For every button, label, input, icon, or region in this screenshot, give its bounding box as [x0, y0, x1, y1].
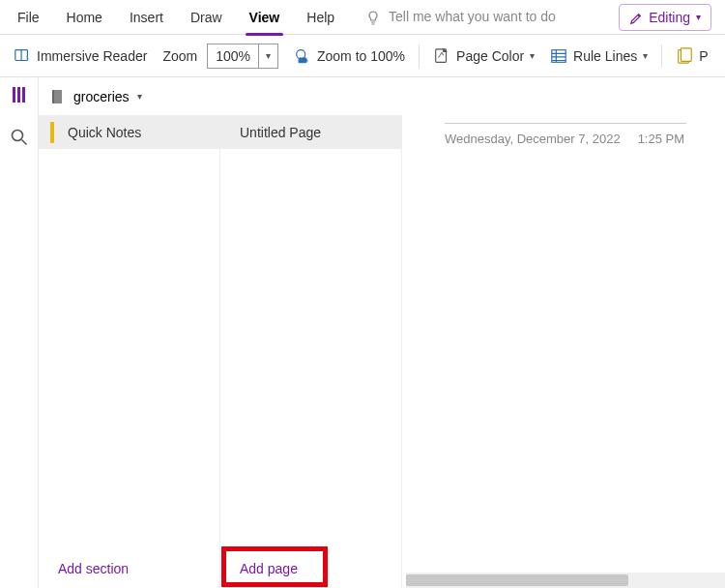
tab-home[interactable]: Home	[53, 0, 116, 35]
svg-text:100: 100	[299, 58, 306, 63]
left-rail	[0, 77, 39, 588]
scrollbar-thumb[interactable]	[406, 574, 628, 586]
pages-column: Untitled Page Add page	[220, 116, 402, 588]
tell-me-placeholder: Tell me what you want to do	[389, 9, 556, 24]
pages-empty-area	[220, 149, 401, 549]
ribbon-separator	[419, 44, 420, 68]
notebook-picker[interactable]: groceries ▾	[39, 77, 402, 116]
editing-mode-button[interactable]: Editing ▾	[619, 4, 711, 31]
tab-insert[interactable]: Insert	[116, 0, 177, 35]
navigation-panel: groceries ▾ Quick Notes Add section Unti…	[39, 77, 402, 588]
zoom-100-button[interactable]: 100 Zoom to 100%	[286, 35, 413, 77]
page-title-input[interactable]	[445, 97, 686, 124]
page-date: Wednesday, December 7, 2022	[445, 132, 621, 146]
chevron-down-icon: ▾	[266, 50, 271, 61]
ribbon: Immersive Reader Zoom 100% ▾ 100 Zoom to…	[0, 35, 725, 77]
page-color-label: Page Color	[456, 48, 524, 64]
zoom-100-icon: 100	[294, 46, 311, 64]
page-label: Untitled Page	[240, 125, 321, 140]
menu-tabs: File Home Insert Draw View Help Tell me …	[0, 0, 725, 35]
tab-draw[interactable]: Draw	[177, 0, 236, 35]
body-area: groceries ▾ Quick Notes Add section Unti…	[0, 77, 725, 588]
zoom-value: 100%	[208, 48, 258, 64]
page-color-button[interactable]: Page Color ▾	[425, 35, 542, 77]
sections-empty-area	[39, 149, 219, 549]
page-color-icon	[433, 46, 450, 64]
search-icon[interactable]	[10, 128, 29, 147]
notebook-name: groceries	[73, 89, 130, 104]
lists-row: Quick Notes Add section Untitled Page Ad…	[39, 116, 402, 588]
rule-lines-icon	[550, 46, 567, 64]
zoom-group: Zoom 100% ▾	[155, 35, 286, 77]
page-date-row: Wednesday, December 7, 2022 1:25 PM	[445, 132, 725, 146]
section-item-active[interactable]: Quick Notes	[39, 116, 219, 149]
tell-me-search[interactable]: Tell me what you want to do	[348, 9, 619, 25]
immersive-reader-button[interactable]: Immersive Reader	[6, 35, 155, 77]
svg-rect-8	[13, 87, 15, 103]
paper-size-button[interactable]: P	[668, 35, 708, 77]
chevron-down-icon: ▾	[137, 91, 142, 102]
lightbulb-icon	[365, 9, 381, 25]
immersive-reader-icon	[14, 46, 31, 64]
chevron-down-icon: ▾	[696, 12, 701, 22]
chevron-down-icon: ▾	[643, 50, 648, 61]
zoom-dropdown[interactable]: ▾	[258, 44, 277, 68]
page-time: 1:25 PM	[638, 132, 684, 146]
svg-rect-10	[22, 87, 25, 103]
section-color-tab	[50, 122, 54, 143]
horizontal-scrollbar[interactable]	[406, 573, 725, 588]
rule-lines-button[interactable]: Rule Lines ▾	[542, 35, 655, 77]
svg-rect-9	[17, 87, 20, 103]
svg-rect-13	[54, 90, 62, 103]
svg-point-1	[297, 49, 305, 58]
zoom-combo[interactable]: 100% ▾	[207, 44, 278, 69]
sections-column: Quick Notes Add section	[39, 116, 220, 588]
immersive-reader-label: Immersive Reader	[37, 48, 147, 64]
navigation-toggle-icon[interactable]	[10, 85, 29, 104]
tab-view[interactable]: View	[236, 0, 294, 35]
rule-lines-label: Rule Lines	[573, 48, 637, 64]
tab-help[interactable]: Help	[293, 0, 348, 35]
page-item-active[interactable]: Untitled Page	[220, 116, 401, 149]
svg-rect-7	[682, 48, 692, 62]
paper-size-icon	[676, 46, 693, 64]
editing-label: Editing	[649, 10, 690, 25]
ribbon-separator	[661, 44, 662, 68]
tab-file[interactable]: File	[4, 0, 53, 35]
chevron-down-icon: ▾	[530, 50, 535, 61]
zoom-label: Zoom	[162, 48, 197, 64]
page-canvas[interactable]: Wednesday, December 7, 2022 1:25 PM	[402, 77, 725, 588]
add-section-button[interactable]: Add section	[39, 549, 219, 588]
svg-point-11	[12, 131, 22, 141]
notebook-icon	[50, 88, 66, 104]
section-label: Quick Notes	[68, 125, 141, 140]
pencil-icon	[629, 9, 643, 24]
add-page-button[interactable]: Add page	[220, 549, 401, 588]
paper-size-label-partial: P	[699, 48, 708, 64]
zoom-100-label: Zoom to 100%	[317, 48, 405, 64]
